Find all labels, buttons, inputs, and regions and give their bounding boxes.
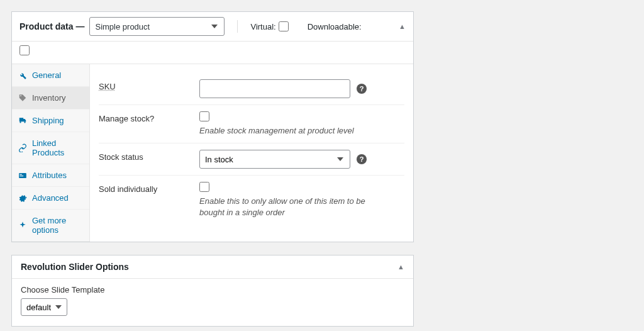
virtual-label-text: Virtual: [250, 22, 275, 31]
virtual-checkbox[interactable] [279, 21, 289, 31]
product-data-panel: Product data — Simple product Virtual: D… [11, 11, 414, 242]
downloadable-label: Downloadable: [308, 22, 362, 31]
tab-general[interactable]: General [12, 64, 89, 87]
id-card-icon [18, 171, 27, 180]
tab-label: Shipping [32, 116, 64, 125]
tab-advanced[interactable]: Advanced [12, 187, 89, 210]
manage-stock-label: Manage stock? [99, 111, 199, 123]
choose-template-label: Choose Slide Template [21, 285, 404, 295]
slider-panel-body: Choose Slide Template default [12, 279, 413, 326]
product-data-title: Product data — [19, 21, 84, 31]
sold-individually-row: Sold individually Enable this to only al… [99, 176, 404, 225]
help-icon[interactable]: ? [357, 154, 367, 164]
tab-attributes[interactable]: Attributes [12, 164, 89, 187]
svg-rect-1 [19, 174, 21, 174]
slide-template-select[interactable]: default [21, 298, 67, 316]
header-second-row [12, 42, 413, 64]
virtual-label: Virtual: [250, 21, 288, 31]
stock-status-select[interactable]: In stock [199, 150, 350, 169]
tab-linked-products[interactable]: Linked Products [12, 132, 89, 164]
product-tabs: General Inventory Shipping Linked Produc… [12, 64, 90, 242]
tag-icon [18, 94, 27, 103]
wrench-icon [18, 71, 27, 80]
manage-stock-hint: Enable stock management at product level [199, 125, 388, 137]
sku-input[interactable] [199, 79, 350, 98]
collapse-toggle[interactable]: ▲ [399, 23, 406, 30]
tab-label: Inventory [32, 93, 65, 103]
tab-label: General [32, 70, 61, 80]
tab-shipping[interactable]: Shipping [12, 109, 89, 132]
product-type-select[interactable]: Simple product [89, 17, 225, 36]
product-data-header: Product data — Simple product Virtual: D… [12, 12, 413, 42]
downloadable-checkbox[interactable] [19, 45, 30, 55]
sku-row: SKU ? [99, 73, 404, 105]
gear-icon [18, 194, 27, 203]
header-divider [237, 20, 238, 33]
sku-label: SKU [99, 79, 199, 91]
tab-label: Get more options [32, 216, 83, 235]
inventory-content: SKU ? Manage stock? Enable stock managem… [90, 64, 413, 242]
tab-label: Attributes [32, 171, 67, 180]
stock-status-label: Stock status [99, 150, 199, 162]
tab-get-more[interactable]: Get more options [12, 210, 89, 242]
slider-panel-header: Revolution Slider Options ▲ [12, 255, 413, 279]
sparkle-icon [18, 221, 27, 230]
tab-label: Advanced [32, 193, 69, 203]
link-icon [18, 143, 27, 152]
revolution-slider-panel: Revolution Slider Options ▲ Choose Slide… [11, 255, 414, 327]
sold-individually-hint: Enable this to only allow one of this it… [199, 196, 388, 218]
downloadable-label-text: Downloadable: [308, 22, 362, 31]
manage-stock-checkbox[interactable] [199, 111, 209, 121]
product-data-body: General Inventory Shipping Linked Produc… [12, 64, 413, 242]
svg-rect-2 [19, 176, 23, 176]
manage-stock-row: Manage stock? Enable stock management at… [99, 105, 404, 143]
tab-label: Linked Products [32, 138, 83, 157]
truck-icon [18, 116, 27, 125]
sold-individually-label: Sold individually [99, 182, 199, 194]
collapse-toggle[interactable]: ▲ [397, 263, 404, 271]
slider-panel-title: Revolution Slider Options [21, 262, 129, 272]
stock-status-row: Stock status In stock ? [99, 143, 404, 176]
sold-individually-checkbox[interactable] [199, 182, 209, 192]
tab-inventory[interactable]: Inventory [12, 87, 89, 109]
help-icon[interactable]: ? [357, 84, 367, 94]
